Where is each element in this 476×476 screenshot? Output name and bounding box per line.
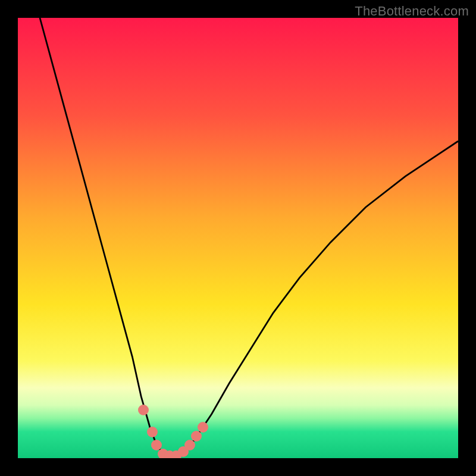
data-marker: [191, 431, 202, 441]
watermark-text: TheBottleneck.com: [355, 4, 469, 19]
curve-layer: [18, 18, 458, 458]
plot-area: [18, 18, 458, 458]
data-marker: [198, 422, 208, 433]
data-marker: [184, 440, 195, 450]
data-marker: [147, 427, 158, 437]
bottleneck-curve: [40, 18, 458, 458]
data-marker: [138, 405, 149, 415]
